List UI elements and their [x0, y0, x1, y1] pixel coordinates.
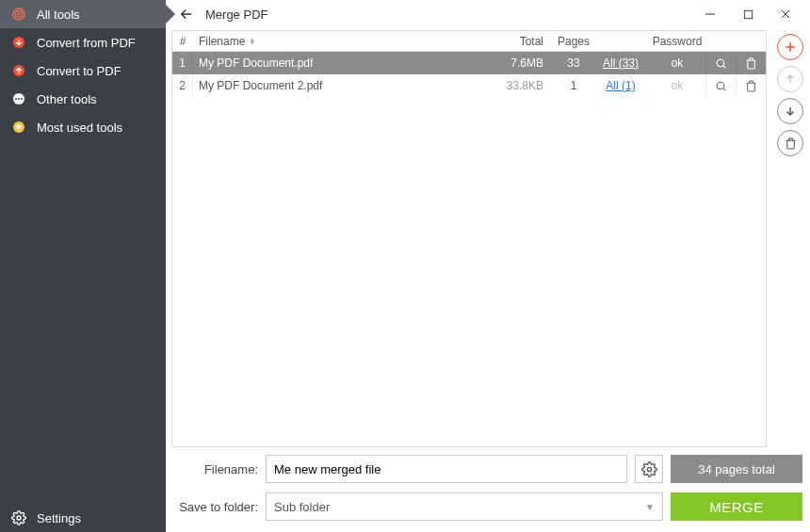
table-row[interactable]: 2My PDF Document 2.pdf33.8KB1All (1)ok: [172, 74, 766, 97]
up-icon: [11, 63, 26, 78]
col-filename[interactable]: Filename ▲▼: [193, 35, 489, 48]
dots-icon: [11, 91, 26, 106]
table-row[interactable]: 1My PDF Document.pdf7.6MB33All (33)ok: [172, 52, 766, 74]
row-password: ok: [649, 56, 705, 70]
svg-point-13: [717, 59, 724, 67]
row-preview-button[interactable]: [705, 74, 736, 97]
down-icon: [11, 35, 26, 50]
table-body: 1My PDF Document.pdf7.6MB33All (33)ok2My…: [172, 52, 766, 446]
row-password: ok: [649, 79, 705, 92]
sidebar-item-label: All tools: [37, 8, 80, 22]
row-index: 2: [172, 74, 193, 97]
sidebar-settings[interactable]: Settings: [0, 504, 166, 532]
row-total: 33.8KB: [489, 79, 555, 92]
sort-icon: ▲▼: [249, 38, 255, 45]
move-up-button[interactable]: [777, 66, 803, 92]
col-password[interactable]: Password: [649, 35, 705, 48]
svg-point-15: [647, 467, 651, 471]
row-delete-button[interactable]: [736, 74, 766, 97]
move-down-button[interactable]: [777, 98, 803, 124]
svg-point-14: [717, 82, 724, 89]
sidebar-item-label: Convert to PDF: [37, 64, 122, 78]
sidebar-item-0[interactable]: All tools: [0, 0, 166, 28]
side-actions: [770, 28, 810, 449]
pages-total: 34 pages total: [671, 455, 802, 483]
add-file-button[interactable]: [777, 34, 803, 60]
sidebar-item-label: Most used tools: [37, 121, 122, 135]
col-pages[interactable]: Pages: [555, 35, 592, 48]
sidebar-item-1[interactable]: Convert from PDF: [0, 28, 166, 56]
row-filename: My PDF Document 2.pdf: [193, 79, 489, 92]
back-button[interactable]: [173, 1, 200, 27]
svg-rect-12: [744, 10, 752, 18]
row-filename: My PDF Document.pdf: [193, 56, 489, 70]
window-close[interactable]: [767, 1, 804, 27]
row-preview-button[interactable]: [705, 52, 736, 74]
file-table: # Filename ▲▼ Total Pages Password 1My P…: [171, 30, 767, 447]
filename-label: Filename:: [173, 462, 258, 476]
sidebar-item-label: Other tools: [37, 92, 97, 106]
page-title: Merge PDF: [205, 8, 267, 22]
gear-icon: [11, 510, 26, 525]
bottom-form: Filename: 34 pages total Save to folder:…: [166, 449, 810, 532]
sidebar-item-2[interactable]: Convert to PDF: [0, 56, 166, 85]
target-icon: [11, 7, 26, 22]
star-icon: [11, 120, 26, 135]
window-maximize[interactable]: [729, 1, 767, 27]
row-pages: 1: [555, 79, 592, 92]
svg-point-6: [15, 98, 17, 100]
row-delete-button[interactable]: [736, 52, 766, 74]
main-panel: Merge PDF # Filename ▲▼ Total Pages Pass…: [166, 0, 810, 532]
sidebar-item-label: Convert from PDF: [37, 36, 136, 50]
filename-settings-button[interactable]: [635, 455, 663, 483]
col-index[interactable]: #: [172, 35, 193, 48]
svg-point-10: [17, 516, 21, 520]
window-minimize[interactable]: [691, 1, 729, 27]
save-folder-label: Save to folder:: [173, 500, 258, 514]
row-index: 1: [172, 52, 193, 74]
svg-point-2: [18, 13, 19, 14]
merge-button[interactable]: MERGE: [671, 492, 802, 521]
save-folder-select[interactable]: Sub folder ▼: [266, 492, 663, 521]
svg-point-7: [18, 98, 20, 100]
filename-input[interactable]: [266, 455, 627, 483]
table-header: # Filename ▲▼ Total Pages Password: [172, 31, 766, 52]
row-range[interactable]: All (1): [592, 79, 649, 92]
row-range[interactable]: All (33): [592, 56, 649, 70]
settings-label: Settings: [37, 511, 81, 525]
sidebar-item-4[interactable]: Most used tools: [0, 113, 166, 141]
sidebar-item-3[interactable]: Other tools: [0, 85, 166, 113]
delete-button[interactable]: [777, 130, 803, 156]
chevron-down-icon: ▼: [645, 502, 655, 512]
row-pages: 33: [555, 56, 592, 70]
col-total[interactable]: Total: [489, 35, 555, 48]
sidebar: All toolsConvert from PDFConvert to PDFO…: [0, 0, 166, 532]
titlebar: Merge PDF: [166, 0, 810, 28]
svg-point-8: [21, 98, 23, 100]
row-total: 7.6MB: [489, 56, 555, 70]
